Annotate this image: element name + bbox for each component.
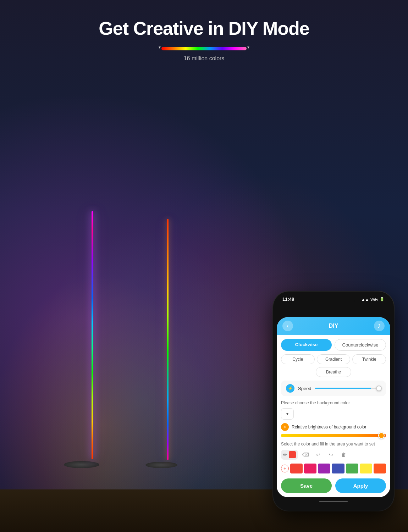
speed-slider-thumb[interactable]: [376, 386, 382, 391]
phone-notch: [312, 297, 355, 306]
add-color-icon: +: [283, 466, 286, 471]
share-icon: ⤴: [378, 323, 380, 329]
rainbow-section: 16 million colors: [0, 45, 408, 62]
twinkle-button[interactable]: Twinkle: [352, 354, 386, 364]
action-row: Save Apply: [281, 478, 386, 493]
page-title: Get Creative in DIY Mode: [0, 18, 408, 39]
speed-label: Speed: [298, 386, 311, 391]
pencil-icon: ✏: [283, 452, 287, 458]
lamp-left: [64, 211, 99, 468]
counterclockwise-button[interactable]: Counterclockwise: [335, 339, 386, 351]
phone-mockup: 11:48 ▲▲ WiFi 🔋 ‹ DIY ⤴: [273, 292, 394, 511]
brightness-slider[interactable]: [281, 434, 386, 437]
palette-color-3[interactable]: [318, 464, 330, 473]
brightness-icon: ☀: [281, 423, 289, 431]
speed-row: ⚡ Speed: [281, 381, 386, 396]
wifi-icon: WiFi: [370, 297, 378, 301]
rainbow-bar: [161, 47, 247, 50]
phone: 11:48 ▲▲ WiFi 🔋 ‹ DIY ⤴: [273, 292, 394, 511]
lamp-pole-right: [167, 219, 169, 460]
palette-color-6[interactable]: [360, 464, 372, 473]
palette-color-5[interactable]: [346, 464, 358, 473]
status-icons: ▲▲ WiFi 🔋: [361, 297, 385, 301]
eraser-tool[interactable]: ⌫: [300, 449, 311, 460]
brightness-icon-symbol: ☀: [283, 425, 287, 430]
breathe-row: Breathe: [281, 367, 386, 377]
mode-row: Cycle Gradient Twinkle: [281, 354, 386, 364]
dropdown-icon: ▾: [286, 411, 288, 416]
signal-icon: ▲▲: [361, 297, 369, 301]
color-count-label: 16 million colors: [0, 55, 408, 62]
cycle-button[interactable]: Cycle: [281, 354, 315, 364]
page-header: Get Creative in DIY Mode: [0, 0, 408, 39]
bg-color-section: Please choose the background color ▾ ☀ R…: [281, 400, 386, 437]
lamp-base-right: [145, 462, 177, 468]
app-header: ‹ DIY ⤴: [277, 317, 390, 335]
status-time: 11:48: [282, 297, 294, 302]
color-palette-row: +: [281, 464, 386, 473]
palette-color-4[interactable]: [332, 464, 344, 473]
phone-screen: ‹ DIY ⤴ Clockwise Counterclockwise Cycle…: [277, 317, 390, 497]
pencil-tool-group[interactable]: ✏: [281, 450, 298, 460]
bg-color-label: Please choose the background color: [281, 400, 386, 405]
gradient-button[interactable]: Gradient: [317, 354, 351, 364]
direction-row: Clockwise Counterclockwise: [281, 339, 386, 351]
brightness-label: Relative brightness of background color: [292, 425, 366, 430]
back-icon: ‹: [287, 323, 288, 329]
apply-button[interactable]: Apply: [335, 478, 386, 493]
color-dropdown[interactable]: ▾: [281, 408, 294, 420]
brightness-row: ☀ Relative brightness of background colo…: [281, 423, 386, 431]
palette-color-2[interactable]: [304, 464, 316, 473]
palette-color-7[interactable]: [374, 464, 386, 473]
brightness-slider-thumb[interactable]: [378, 432, 385, 439]
area-label: Select the color and fill in the area yo…: [281, 442, 386, 447]
active-color-swatch[interactable]: [289, 451, 296, 458]
breathe-button[interactable]: Breathe: [316, 367, 351, 377]
share-button[interactable]: ⤴: [374, 321, 385, 331]
redo-tool[interactable]: ↪: [326, 449, 336, 460]
save-button[interactable]: Save: [281, 478, 332, 493]
home-bar: [319, 501, 348, 502]
palette-color-1[interactable]: [290, 464, 303, 473]
tool-row: ✏ ⌫ ↩ ↪ 🗑: [281, 449, 386, 460]
clear-tool[interactable]: 🗑: [338, 449, 349, 460]
speed-icon: ⚡: [286, 384, 294, 393]
clockwise-button[interactable]: Clockwise: [281, 339, 332, 351]
back-button[interactable]: ‹: [282, 321, 293, 331]
battery-icon: 🔋: [380, 297, 385, 301]
undo-tool[interactable]: ↩: [313, 449, 324, 460]
app-title: DIY: [329, 323, 338, 329]
speed-icon-symbol: ⚡: [288, 386, 293, 391]
lamp-right: [145, 219, 177, 468]
speed-slider[interactable]: [315, 388, 381, 389]
add-color-button[interactable]: +: [281, 465, 289, 472]
lamp-base-left: [64, 461, 99, 468]
lamp-pole-left: [92, 211, 93, 459]
app-body: Clockwise Counterclockwise Cycle Gradien…: [277, 335, 390, 497]
